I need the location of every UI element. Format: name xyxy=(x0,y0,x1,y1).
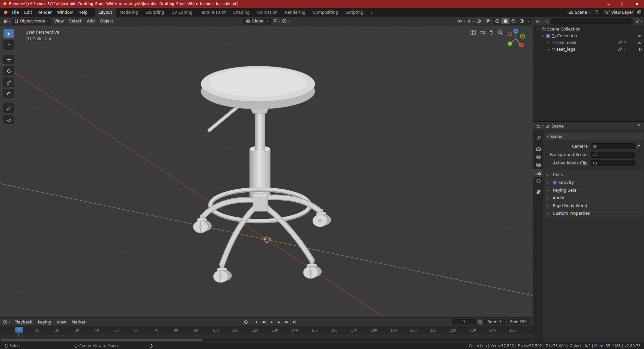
measure-tool[interactable] xyxy=(3,115,14,124)
new-scene-button[interactable] xyxy=(594,10,599,14)
prev-keyframe-button[interactable]: ◀◀ xyxy=(260,319,267,325)
outliner-item-label[interactable]: seat_legs xyxy=(556,47,575,52)
custom-properties-panel-header[interactable]: ▸ Custom Properties xyxy=(545,210,643,217)
timeline-track[interactable] xyxy=(0,334,533,342)
tab-layout[interactable]: Layout xyxy=(95,8,116,17)
timeline-scrollbar[interactable] xyxy=(1,338,532,341)
menu-window[interactable]: Window xyxy=(54,10,75,15)
tab-uv-editing[interactable]: UV Editing xyxy=(168,8,196,17)
editor-type-outliner-icon[interactable]: ▾ xyxy=(535,19,543,24)
add-workspace-button[interactable]: + xyxy=(367,9,376,17)
select-box-tool[interactable] xyxy=(3,29,14,38)
zoom-icon[interactable] xyxy=(497,30,503,35)
tab-modeling[interactable]: Modeling xyxy=(116,8,142,17)
blender-menu-icon[interactable] xyxy=(3,10,8,15)
jump-to-end-button[interactable]: ▶| xyxy=(291,319,298,325)
tab-scene[interactable] xyxy=(533,169,543,177)
gravity-panel-header[interactable]: ▸ ✓ Gravity xyxy=(545,179,643,186)
outliner-item-label[interactable]: Scene Collection xyxy=(547,27,581,32)
menu-keying[interactable]: Keying xyxy=(36,320,54,325)
maximize-button[interactable] xyxy=(616,0,630,8)
outliner-row-scene-collection[interactable]: ▾ Scene Collection xyxy=(533,26,644,33)
menu-object[interactable]: Object xyxy=(98,19,115,23)
menu-help[interactable]: Help xyxy=(75,10,90,15)
tab-output[interactable] xyxy=(533,153,543,161)
outliner-search-input[interactable] xyxy=(550,18,633,24)
collection-checkbox[interactable]: ✓ xyxy=(546,34,550,38)
xray-toggle[interactable] xyxy=(486,19,490,23)
tab-animation[interactable]: Animation xyxy=(253,8,281,17)
menu-add[interactable]: Add xyxy=(85,19,97,23)
visibility-dropdown[interactable]: ▾ xyxy=(457,19,465,23)
annotate-tool[interactable] xyxy=(3,103,14,113)
units-panel-header[interactable]: ▸ Units xyxy=(545,171,643,179)
gravity-checkbox[interactable]: ✓ xyxy=(553,181,557,185)
gizmo-x-neg-axis[interactable] xyxy=(508,32,512,36)
move-tool[interactable] xyxy=(3,55,14,64)
close-button[interactable] xyxy=(630,0,644,8)
frame-end-field[interactable]: End: 250 xyxy=(507,319,530,325)
editor-type-timeline-icon[interactable]: ▾ xyxy=(3,320,10,325)
menu-playback[interactable]: Playback xyxy=(12,320,35,325)
tab-texture-paint[interactable]: Texture Paint xyxy=(196,8,229,17)
expander-icon[interactable]: ▾ xyxy=(536,28,540,31)
transform-tool[interactable] xyxy=(3,89,14,98)
current-frame-marker[interactable]: 1 xyxy=(15,327,23,333)
audio-panel-header[interactable]: ▸ Audio xyxy=(545,194,643,202)
window-titlebar[interactable]: Blender* [c:\!!!conv_3\12\Adjustable_Dra… xyxy=(0,0,644,8)
menu-file[interactable]: File xyxy=(9,10,21,15)
keying-sets-panel-header[interactable]: ▸ Keying Sets xyxy=(545,187,643,194)
tab-texture[interactable] xyxy=(533,188,543,196)
outliner-row-collection[interactable]: ▾ ✓ Collection xyxy=(533,33,644,39)
playhead-line[interactable] xyxy=(18,333,19,337)
timeline-ruler[interactable]: 1020304050607080901001101201301401501601… xyxy=(0,327,533,334)
rotate-tool[interactable] xyxy=(3,66,14,76)
eyedropper-icon[interactable] xyxy=(635,144,641,149)
tab-compositing[interactable]: Compositing xyxy=(309,8,341,17)
shading-rendered-button[interactable] xyxy=(518,18,526,24)
background-scene-field[interactable] xyxy=(591,152,635,158)
menu-marker[interactable]: Marker xyxy=(69,320,88,325)
stool-object[interactable] xyxy=(193,66,331,283)
active-movie-clip-field[interactable] xyxy=(591,160,635,166)
editor-type-3dview-icon[interactable]: ▾ xyxy=(2,19,11,24)
mode-dropdown[interactable]: Object Mode ▾ xyxy=(12,18,51,24)
play-reverse-button[interactable]: ◀ xyxy=(268,319,274,325)
pin-icon[interactable] xyxy=(637,124,641,128)
expander-icon[interactable]: ▾ xyxy=(541,34,545,38)
menu-render[interactable]: Render xyxy=(35,10,54,15)
tab-tool[interactable] xyxy=(533,134,543,142)
hide-eye-icon[interactable] xyxy=(637,35,642,38)
shading-wireframe-button[interactable] xyxy=(493,18,501,24)
scene-panel-header[interactable]: ▾ Scene xyxy=(545,133,643,140)
camera-view-icon[interactable] xyxy=(479,30,485,35)
jump-to-start-button[interactable]: |◀ xyxy=(252,319,259,325)
tab-render[interactable] xyxy=(533,145,543,153)
filter-icon[interactable]: ▾ xyxy=(635,19,642,23)
rigid-body-world-panel-header[interactable]: ▸ Rigid Body World xyxy=(545,202,643,209)
tab-view-layer[interactable] xyxy=(533,161,543,169)
outliner-row-seat-legs[interactable]: ▸ ▽ seat_legs ▽ xyxy=(533,46,644,53)
menu-edit[interactable]: Edit xyxy=(21,10,35,15)
play-button[interactable]: ▶ xyxy=(275,319,282,325)
navigation-gizmo[interactable]: Z X Y xyxy=(505,28,527,49)
scale-tool[interactable] xyxy=(3,78,14,87)
tab-scripting[interactable]: Scripting xyxy=(342,8,367,17)
outliner-row-seat-desk[interactable]: ▸ ▽ seat_desk ▽ xyxy=(533,39,644,46)
use-preview-range-icon[interactable] xyxy=(478,320,482,324)
overlays-dropdown[interactable]: ▾ xyxy=(476,19,484,23)
toggle-grid-icon[interactable] xyxy=(470,30,476,35)
menu-view[interactable]: View xyxy=(52,19,66,23)
auto-key-record-button[interactable] xyxy=(243,319,249,325)
tab-sculpting[interactable]: Sculpting xyxy=(142,8,168,17)
current-frame-field[interactable]: 1 xyxy=(452,319,476,325)
shading-solid-button[interactable] xyxy=(501,18,509,24)
tab-world[interactable] xyxy=(533,177,543,185)
new-view-layer-button[interactable] xyxy=(637,10,641,14)
frame-start-field[interactable]: Start: 1 xyxy=(484,319,505,325)
hide-eye-icon[interactable] xyxy=(637,41,642,44)
expander-icon[interactable]: ▸ xyxy=(547,48,551,51)
tab-shading[interactable]: Shading xyxy=(229,8,253,17)
menu-view-timeline[interactable]: View xyxy=(54,320,68,325)
outliner-item-label[interactable]: seat_desk xyxy=(556,40,576,45)
